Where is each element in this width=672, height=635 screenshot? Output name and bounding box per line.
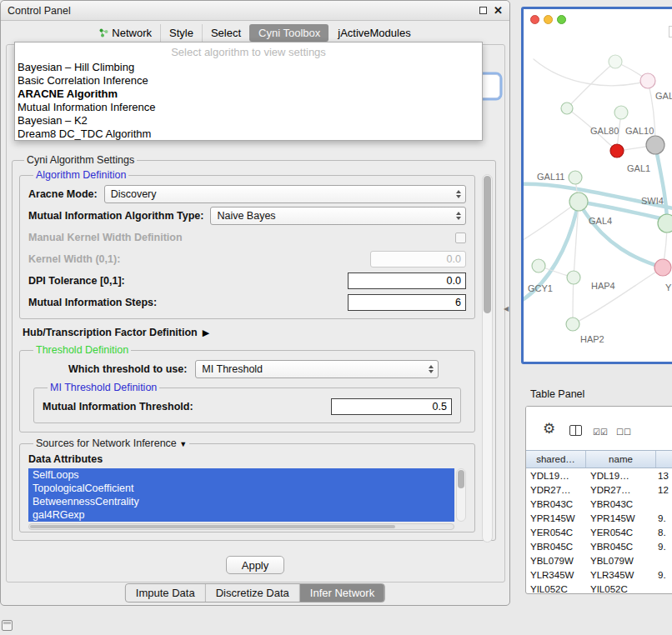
data-attribute-item[interactable]: gal4RGexp bbox=[28, 508, 454, 522]
mi-threshold-input[interactable] bbox=[331, 398, 452, 415]
network-edge bbox=[655, 145, 667, 223]
data-attributes-label: Data Attributes bbox=[28, 453, 466, 465]
gear-icon[interactable]: ⚙ bbox=[543, 422, 555, 436]
bottom-tab-impute-data[interactable]: Impute Data bbox=[126, 584, 206, 602]
close-icon[interactable]: ✕ bbox=[494, 5, 503, 16]
table-column-header[interactable]: name bbox=[586, 451, 656, 468]
network-node[interactable] bbox=[654, 259, 671, 276]
table-row[interactable]: YLR345WYLR345W9. bbox=[526, 568, 672, 582]
hub-definition-toggle[interactable]: Hub/Transcription Factor Definition ▶ bbox=[23, 327, 474, 338]
table-cell: 9. bbox=[656, 542, 672, 552]
network-scrollbar-corner bbox=[669, 26, 672, 38]
apply-button[interactable]: Apply bbox=[226, 556, 284, 574]
algorithm-option[interactable]: Dream8 DC_TDC Algorithm bbox=[15, 128, 482, 141]
network-node-label: HAP4 bbox=[591, 281, 615, 291]
tab-jactivemodules[interactable]: jActiveModules bbox=[328, 24, 419, 42]
algorithm-option[interactable]: Bayesian – Hill Climbing bbox=[15, 61, 482, 74]
bottom-tab-infer-network[interactable]: Infer Network bbox=[300, 584, 384, 602]
columns-icon[interactable] bbox=[569, 425, 582, 436]
algorithm-option[interactable]: Basic Correlation Inference bbox=[15, 74, 482, 88]
network-node[interactable] bbox=[569, 192, 588, 211]
table-column-header[interactable]: shared… bbox=[526, 451, 586, 468]
table-cell: 13 bbox=[656, 471, 672, 481]
network-node-label: GAL4 bbox=[589, 216, 612, 226]
network-node[interactable] bbox=[569, 171, 582, 184]
network-node[interactable] bbox=[566, 318, 579, 331]
aracne-mode-value: Discovery bbox=[111, 188, 157, 200]
tab-cyni-toolbox[interactable]: Cyni Toolbox bbox=[249, 24, 328, 42]
network-node[interactable] bbox=[658, 214, 672, 232]
network-node-label: GAL80 bbox=[590, 126, 619, 136]
table-cell: YLR345W bbox=[586, 570, 656, 580]
network-canvas[interactable]: GAL80GAL10GAL11GAL1SWI4GAL4GCY1HAP4HAP2Y… bbox=[524, 9, 672, 362]
mi-threshold-legend: MI Threshold Definition bbox=[48, 382, 159, 393]
table-cell: YPR145W bbox=[586, 513, 656, 523]
data-attribute-item[interactable]: TopologicalCoefficient bbox=[28, 482, 454, 495]
checked-rows-icon[interactable]: ☑☑ bbox=[593, 428, 608, 437]
table-cell: YLR345W bbox=[526, 570, 586, 580]
table-row[interactable]: YPR145WYPR145W9. bbox=[526, 511, 672, 525]
settings-scrollbar[interactable] bbox=[482, 174, 493, 542]
table-panel-window: ⚙ ☑☑ ☐☐ shared…name YDL19…YDL19…13YDR27…… bbox=[525, 406, 672, 594]
table-row[interactable]: YBL079WYBL079W bbox=[526, 553, 672, 568]
panel-collapse-arrow[interactable]: ◀ bbox=[504, 305, 509, 312]
network-node[interactable] bbox=[561, 102, 573, 114]
settings-scroll-thumb[interactable] bbox=[484, 176, 491, 313]
table-cell: YBR045C bbox=[586, 542, 656, 552]
algorithm-option[interactable]: Bayesian – K2 bbox=[15, 114, 482, 128]
tab-style[interactable]: Style bbox=[160, 24, 202, 42]
control-panel-titlebar: Control Panel ✕ bbox=[1, 1, 509, 21]
which-threshold-value: MI Threshold bbox=[202, 363, 263, 375]
algorithm-option[interactable]: Mutual Information Inference bbox=[15, 101, 482, 114]
table-row[interactable]: YDL19…YDL19…13 bbox=[526, 468, 672, 482]
bottom-tab-discretize-data[interactable]: Discretize Data bbox=[206, 584, 300, 602]
close-traffic-icon[interactable] bbox=[530, 15, 539, 24]
unchecked-rows-icon[interactable]: ☐☐ bbox=[616, 428, 631, 437]
mi-steps-input[interactable] bbox=[348, 294, 466, 311]
table-column-header[interactable] bbox=[656, 451, 672, 468]
network-edge bbox=[573, 268, 663, 324]
table-cell: 8. bbox=[656, 528, 672, 538]
tab-network[interactable]: Network bbox=[91, 24, 160, 42]
float-window-icon[interactable] bbox=[479, 7, 487, 14]
table-cell: YDL19… bbox=[586, 471, 656, 481]
attributes-hscroll-thumb[interactable] bbox=[30, 525, 395, 528]
table-row[interactable]: YBR043CYBR043C bbox=[526, 497, 672, 511]
network-node[interactable] bbox=[532, 259, 545, 272]
mi-type-select[interactable]: Naive Bayes bbox=[210, 207, 466, 225]
attributes-vscroll-thumb[interactable] bbox=[458, 470, 464, 488]
network-node[interactable] bbox=[640, 73, 655, 88]
collapsed-arrow-icon: ▶ bbox=[203, 328, 209, 338]
tab-select[interactable]: Select bbox=[202, 24, 249, 42]
algorithm-option[interactable]: ARACNE Algorithm bbox=[15, 88, 482, 101]
table-cell: YBR045C bbox=[526, 542, 586, 552]
network-node[interactable] bbox=[567, 271, 580, 284]
aracne-mode-select[interactable]: Discovery bbox=[104, 185, 466, 203]
attributes-vscrollbar[interactable] bbox=[456, 468, 466, 522]
network-node[interactable] bbox=[609, 55, 622, 68]
network-node[interactable] bbox=[614, 106, 628, 119]
tab-label: Select bbox=[211, 27, 241, 39]
minimize-traffic-icon[interactable] bbox=[544, 15, 553, 24]
zoom-traffic-icon[interactable] bbox=[557, 15, 566, 24]
data-attribute-item[interactable]: BetweennessCentrality bbox=[28, 495, 454, 508]
data-attribute-item[interactable]: SelfLoops bbox=[28, 468, 454, 482]
table-row[interactable]: YER054CYER054C8. bbox=[526, 525, 672, 539]
table-panel-title: Table Panel bbox=[530, 388, 584, 400]
table-cell: 9. bbox=[656, 570, 672, 580]
sources-legend-text: Sources for Network Inference bbox=[36, 438, 177, 449]
table-row[interactable]: YBR045CYBR045C9. bbox=[526, 539, 672, 553]
network-node[interactable] bbox=[610, 144, 624, 158]
minimized-panel-icon[interactable] bbox=[2, 620, 13, 631]
manual-kernel-checkbox[interactable] bbox=[455, 232, 466, 243]
table-row[interactable]: YIL052CYIL052C bbox=[526, 582, 672, 594]
attributes-hscrollbar[interactable] bbox=[28, 523, 454, 530]
which-threshold-select[interactable]: MI Threshold bbox=[195, 360, 439, 378]
combo-arrows-icon bbox=[425, 365, 438, 373]
table-row[interactable]: YDR27…YDR27…12 bbox=[526, 482, 672, 497]
kernel-width-input[interactable] bbox=[370, 251, 466, 268]
table-header-row: shared…name bbox=[526, 450, 672, 468]
network-node[interactable] bbox=[646, 136, 664, 154]
sources-legend[interactable]: Sources for Network Inference ▼ bbox=[33, 438, 189, 449]
dpi-tolerance-input[interactable] bbox=[348, 272, 466, 289]
